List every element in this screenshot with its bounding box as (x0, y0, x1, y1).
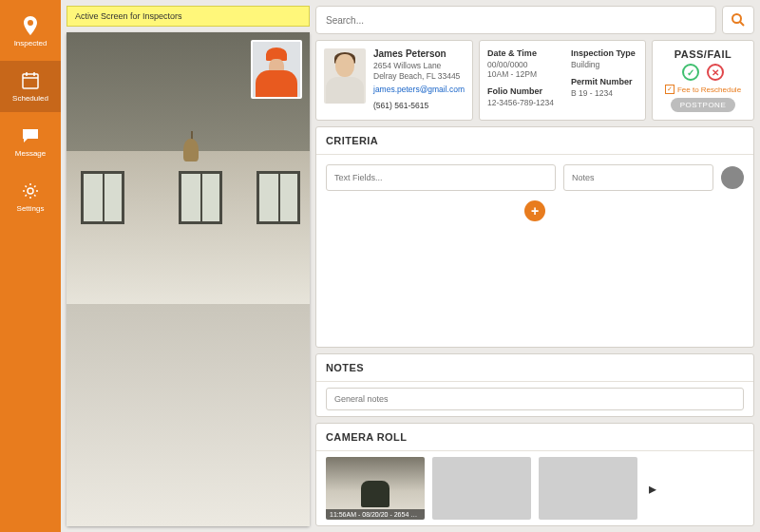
search-button[interactable] (722, 6, 754, 34)
pass-button[interactable]: ✓ (682, 64, 699, 81)
date-value: 00/00/0000 (487, 60, 554, 69)
sidebar-label: Message (15, 149, 46, 158)
fee-label: Fee to Reschedule (677, 86, 741, 94)
criteria-notes-input[interactable] (563, 164, 713, 191)
permit-value: B 19 - 1234 (571, 88, 636, 98)
main: Active Screen for Inspectors (61, 0, 760, 532)
passfail-title: PASS/FAIL (674, 48, 732, 60)
gear-icon (20, 180, 41, 201)
sidebar-item-message[interactable]: Message (0, 116, 61, 167)
left-column: Active Screen for Inspectors (66, 6, 310, 526)
camera-roll-next[interactable]: ▸ (645, 457, 660, 520)
type-value: Building (571, 60, 636, 69)
svg-point-6 (732, 14, 741, 23)
type-label: Inspection Type (571, 48, 636, 58)
person-name: James Peterson (373, 48, 465, 59)
svg-line-7 (740, 22, 744, 26)
sidebar-label: Inspected (14, 39, 48, 48)
message-icon (20, 125, 41, 146)
search-input[interactable] (315, 6, 716, 34)
camera-roll-item[interactable] (432, 457, 531, 520)
person-card: James Peterson 2654 Willows Lane Delray … (315, 40, 473, 121)
plus-icon: + (531, 203, 539, 218)
folio-label: Folio Number (487, 86, 554, 96)
sidebar-label: Scheduled (12, 94, 48, 103)
fail-button[interactable]: ✕ (707, 64, 724, 81)
camera-roll-section: CAMERA ROLL 11:56AM - 08/20/20 - 2654 Wi… (315, 423, 754, 526)
notes-input[interactable] (326, 388, 744, 410)
meta-card: Date & Time 00/00/0000 10AM - 12PM Folio… (479, 40, 646, 121)
camera-roll-item[interactable]: 11:56AM - 08/20/20 - 2654 Willows Lane..… (326, 457, 425, 520)
chevron-right-icon: ▸ (649, 480, 656, 498)
notes-section: NOTES (315, 353, 754, 417)
camera-icon (180, 492, 197, 506)
svg-point-5 (185, 497, 191, 503)
video-feed[interactable] (66, 32, 310, 526)
camera-header: CAMERA ROLL (316, 424, 753, 451)
passfail-card: PASS/FAIL ✓ ✕ ✓ Fee to Reschedule POSTPO… (652, 40, 754, 121)
right-column: James Peterson 2654 Willows Lane Delray … (315, 6, 754, 526)
check-icon: ✓ (665, 85, 674, 94)
folio-value: 12-3456-789-1234 (487, 98, 554, 107)
criteria-action-button[interactable] (721, 166, 744, 189)
inspector-thumbnail[interactable] (251, 40, 302, 99)
date-label: Date & Time (487, 48, 554, 58)
person-address-2: Delray Beach, FL 33445 (373, 71, 465, 81)
capture-button[interactable] (170, 481, 206, 517)
time-value: 10AM - 12PM (487, 69, 554, 79)
info-row: James Peterson 2654 Willows Lane Delray … (315, 40, 754, 121)
camera-roll-item[interactable] (539, 457, 637, 520)
camera-roll-caption: 11:56AM - 08/20/20 - 2654 Willows Lane..… (326, 509, 425, 520)
search-icon (731, 12, 746, 28)
criteria-header: CRITERIA (316, 127, 753, 155)
criteria-section: CRITERIA + (315, 126, 754, 348)
calendar-icon (20, 70, 41, 91)
pin-icon (20, 15, 41, 36)
criteria-text-input[interactable] (326, 164, 556, 191)
search-row (315, 6, 754, 34)
sidebar: Inspected Scheduled Message Settings (0, 0, 61, 532)
sidebar-item-inspected[interactable]: Inspected (0, 6, 61, 57)
permit-label: Permit Number (571, 77, 636, 86)
svg-point-4 (28, 188, 33, 194)
fee-checkbox[interactable]: ✓ Fee to Reschedule (665, 85, 741, 94)
person-phone: (561) 561-5615 (373, 101, 465, 110)
postpone-button[interactable]: POSTPONE (671, 98, 735, 112)
active-screen-banner: Active Screen for Inspectors (66, 6, 310, 27)
sidebar-item-settings[interactable]: Settings (0, 171, 61, 222)
person-address-1: 2654 Willows Lane (373, 61, 465, 70)
avatar (324, 48, 366, 104)
add-criteria-button[interactable]: + (524, 200, 545, 221)
notes-header: NOTES (316, 354, 753, 382)
person-email[interactable]: james.peters@gmail.com (373, 85, 465, 94)
sidebar-label: Settings (17, 204, 45, 213)
svg-rect-0 (23, 74, 38, 88)
sidebar-item-scheduled[interactable]: Scheduled (0, 61, 61, 112)
